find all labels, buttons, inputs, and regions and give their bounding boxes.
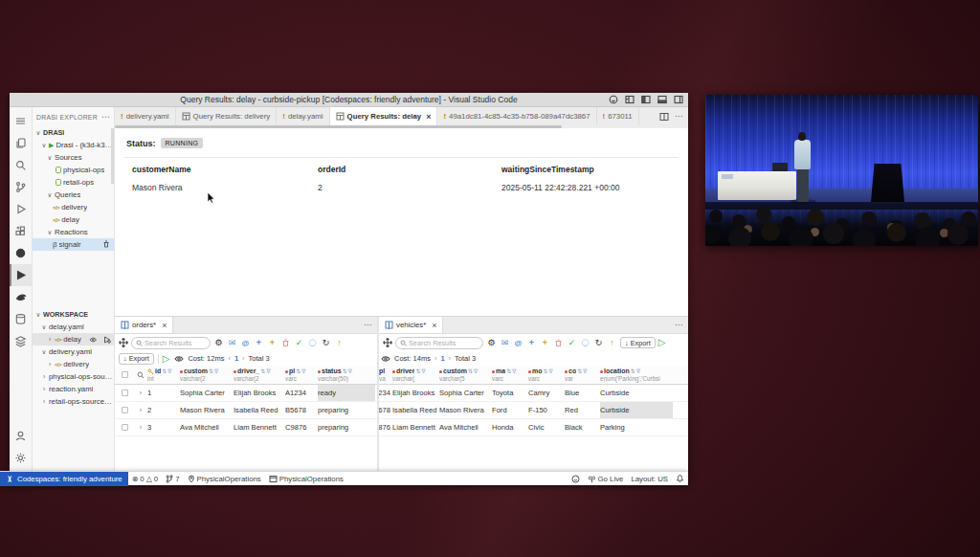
row-checkbox[interactable] [122, 424, 128, 431]
k8s-context-indicator[interactable]: PhysicalOperations [265, 475, 347, 483]
apply-icon[interactable] [103, 336, 111, 344]
column-header-driver[interactable]: driver⇅∇varchar( [392, 366, 439, 384]
settings-gear-icon[interactable] [10, 447, 33, 469]
prev-page-icon[interactable]: ‹ [228, 354, 231, 363]
tree-item-delivery[interactable]: </>delivery [33, 201, 114, 213]
commit-check-icon[interactable]: ✓ [294, 338, 304, 348]
tree-item-reaction-yaml[interactable]: ›reaction.yaml [33, 383, 114, 395]
sort-icon[interactable]: ⇅ [506, 368, 511, 375]
column-header-plate[interactable]: pl⇅∇varc [285, 366, 318, 384]
refresh-icon[interactable]: ↻ [321, 338, 331, 348]
row-expander[interactable]: › [134, 424, 147, 431]
tree-item-delay[interactable]: </>delay [33, 213, 114, 226]
tree-item-physical-ops[interactable]: physical-ops [33, 164, 114, 176]
layers-icon[interactable] [10, 330, 33, 352]
export-button[interactable]: ↓Export [620, 337, 656, 348]
duplicate-row-icon[interactable]: + [540, 338, 550, 348]
column-header-status[interactable]: status⇅∇varchar(50) [318, 366, 375, 384]
tree-item-ws-delay[interactable]: ›</>delay [33, 333, 114, 345]
upload-icon[interactable]: ↑ [334, 338, 345, 348]
upload-icon[interactable]: ↑ [607, 338, 617, 348]
tree-item-sources[interactable]: ∨Sources [33, 151, 114, 164]
mention-icon[interactable]: @ [240, 338, 251, 348]
filter-icon[interactable]: ∇ [422, 368, 426, 375]
sidebar-more-actions[interactable]: ⋯ [101, 112, 110, 122]
mail-icon[interactable]: ✉ [500, 338, 510, 348]
rollback-icon[interactable]: ◯ [307, 338, 318, 348]
column-header-customer[interactable]: custom⇅∇varchar(2 [180, 366, 234, 384]
orders-tab[interactable]: orders*× [115, 317, 173, 333]
column-header-plate-clipped[interactable]: plva [379, 366, 392, 384]
filter-icon[interactable]: ∇ [549, 368, 553, 375]
source-control-icon[interactable] [10, 176, 33, 198]
filter-icon[interactable]: ∇ [583, 368, 587, 375]
page-number[interactable]: 1 [440, 354, 444, 363]
filter-icon[interactable]: ∇ [474, 368, 478, 375]
close-tab-icon[interactable]: × [162, 321, 167, 330]
select-all-checkbox[interactable] [122, 371, 128, 378]
search-icon[interactable] [10, 154, 33, 176]
rollback-icon[interactable]: ◯ [580, 338, 590, 348]
tree-item-physical-ops-source[interactable]: ›physical-ops-sourc... [33, 370, 114, 383]
sort-icon[interactable]: ⇅ [343, 368, 347, 375]
column-header-customer[interactable]: custom⇅∇varchar(5 [439, 366, 492, 384]
orders-more-actions[interactable]: ⋯ [358, 317, 377, 333]
row-expander[interactable]: › [134, 390, 147, 396]
menu-icon[interactable] [10, 110, 33, 132]
explorer-icon[interactable] [10, 132, 33, 154]
tab-guid-document[interactable]: !49a1dc81-4c85-4c35-b758-089a47dc3867 [437, 107, 596, 125]
orders-row[interactable]: › 3Ava MitchellLiam BennettC9876preparin… [115, 419, 377, 436]
column-header-model[interactable]: mo⇅∇varc [528, 366, 565, 384]
run-query-icon[interactable]: ▷ [163, 354, 170, 364]
tree-item-reactions[interactable]: ∨Reactions [33, 226, 114, 238]
sort-icon[interactable]: ⇅ [415, 368, 420, 375]
sort-icon[interactable]: ⇅ [209, 368, 213, 375]
close-tab-icon[interactable]: × [432, 321, 436, 330]
mention-icon[interactable]: @ [513, 338, 523, 348]
database-icon[interactable] [10, 308, 33, 330]
move-handle-icon[interactable] [382, 338, 392, 348]
column-header-location[interactable]: location⇅∇enum('Parking','Curbsi [600, 366, 673, 384]
sort-icon[interactable]: ⇅ [162, 368, 167, 375]
sort-icon[interactable]: ⇅ [296, 368, 301, 375]
selected-cell[interactable]: ready [318, 385, 375, 401]
preview-eye-icon[interactable] [89, 336, 98, 344]
row-search-icon[interactable] [137, 371, 145, 379]
run-query-icon[interactable]: ▷ [658, 338, 666, 347]
orders-row[interactable]: › 2Mason RiveraIsabella ReedB5678prepari… [115, 402, 377, 419]
sync-indicator[interactable]: 7 [162, 475, 183, 483]
orders-row[interactable]: › 1Sophia CarterElijah BrooksA1234ready [115, 385, 377, 402]
filter-icon[interactable]: ∇ [301, 368, 305, 375]
editor-more-actions[interactable]: ⋯ [675, 112, 682, 121]
tab-query-results-delivery[interactable]: Query Results: delivery [176, 107, 278, 125]
orders-search-input[interactable] [145, 339, 206, 347]
row-expander[interactable]: › [134, 407, 147, 413]
notifications-bell[interactable] [672, 474, 688, 483]
settings-gear-icon[interactable]: ⚙ [213, 338, 224, 348]
move-handle-icon[interactable] [118, 338, 128, 348]
row-checkbox[interactable] [122, 390, 128, 396]
sidebar-scrollbar[interactable] [111, 128, 114, 184]
settings-gear-icon[interactable]: ⚙ [486, 338, 497, 348]
sort-icon[interactable]: ⇅ [260, 368, 265, 375]
copilot-icon[interactable] [608, 95, 618, 105]
tree-item-workspace[interactable]: ∨WORKSPACE [33, 308, 114, 321]
sort-icon[interactable]: ⇅ [577, 368, 582, 375]
sort-icon[interactable]: ⇅ [631, 368, 635, 375]
go-live-button[interactable]: Go Live [584, 475, 628, 483]
accounts-icon[interactable] [10, 425, 33, 447]
page-number[interactable]: 1 [234, 354, 238, 363]
tree-item-signalr[interactable]: βsignalr [33, 238, 114, 251]
vehicles-row[interactable]: C9876Liam BennettAva MitchellHondaCivicB… [379, 419, 688, 436]
vehicles-search-box[interactable] [395, 337, 483, 349]
drasi-extension-icon[interactable] [10, 264, 33, 286]
commit-check-icon[interactable]: ✓ [567, 338, 577, 348]
split-editor-icon[interactable] [659, 112, 669, 122]
vehicles-tab[interactable]: vehicles*× [379, 317, 443, 333]
next-page-icon[interactable]: › [449, 354, 452, 363]
preview-eye-icon[interactable] [173, 353, 184, 364]
filter-icon[interactable]: ∇ [214, 368, 218, 375]
close-tab-icon[interactable]: × [426, 112, 431, 122]
tree-item-drasi[interactable]: ∨DRASI [33, 126, 114, 139]
filter-icon[interactable]: ∇ [266, 368, 270, 375]
